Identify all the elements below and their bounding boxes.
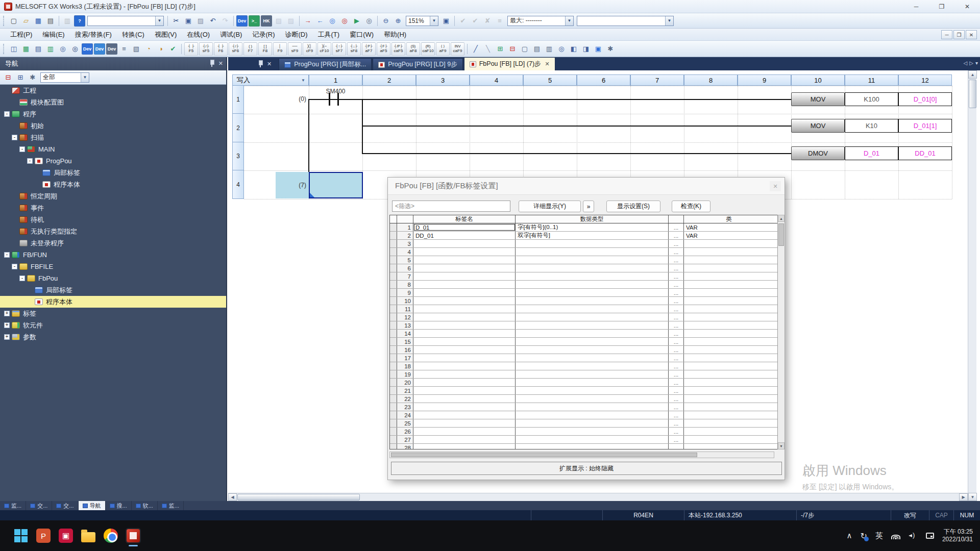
connection-test-icon[interactable]: ≡ (494, 15, 505, 27)
display-settings-button[interactable]: 显示设置(S) (606, 201, 660, 212)
paste-icon[interactable]: ▨ (195, 15, 206, 27)
data-type-cell[interactable] (516, 264, 669, 272)
ladder-symbol-caF10-button[interactable]: (R)caF10 (421, 42, 435, 56)
label-name-cell[interactable] (413, 379, 516, 386)
data-type-cell[interactable] (516, 411, 669, 419)
touchpad-icon[interactable] (926, 533, 934, 539)
tree-item-工程[interactable]: 工程 (0, 85, 226, 96)
label-name-cell[interactable] (413, 321, 516, 329)
scroll-right-arrow[interactable]: ▶ (959, 493, 968, 501)
app-presentation[interactable]: P (36, 528, 51, 543)
class-cell[interactable] (684, 321, 774, 329)
data-type-cell[interactable] (516, 444, 669, 449)
nav-settings-gear-icon[interactable]: ✱ (27, 72, 38, 83)
type-browse-button[interactable]: ... (669, 395, 684, 403)
tree-item-ProgPou[interactable]: -ProgPou (0, 155, 226, 167)
type-browse-button[interactable]: ... (669, 305, 684, 313)
type-browse-button[interactable]: ... (669, 330, 684, 337)
class-cell[interactable] (684, 354, 774, 362)
ladder-symbol-F7-button[interactable]: ( )F7 (243, 42, 257, 56)
tree-item-扫描[interactable]: -扫描 (0, 132, 226, 143)
type-browse-button[interactable]: ... (669, 264, 684, 272)
label-name-cell[interactable] (413, 313, 516, 321)
collapse-expander-icon[interactable]: - (12, 135, 17, 140)
class-cell[interactable]: VAR (684, 232, 774, 239)
data-type-cell[interactable] (516, 272, 669, 280)
statement-icon[interactable]: ≡ (118, 43, 130, 55)
data-type-cell[interactable] (516, 379, 669, 386)
chevron-down-icon[interactable]: ▼ (430, 16, 438, 26)
tree-item-参数[interactable]: +参数 (0, 331, 226, 343)
device-list-icon[interactable]: ▥ (45, 43, 56, 55)
label-name-cell[interactable]: DD_01 (413, 232, 516, 239)
ladder-symbol-sF9-button[interactable]: ──sF9 (288, 42, 302, 56)
device-comment-icon[interactable]: Dev (82, 43, 93, 55)
label-name-cell[interactable] (413, 281, 516, 288)
operand-D_01[interactable]: D_01 (845, 146, 898, 160)
type-browse-button[interactable]: ... (669, 313, 684, 321)
collapse-expander-icon[interactable]: - (4, 252, 10, 258)
row-select-cell[interactable] (390, 419, 397, 427)
horizontal-scroll-thumb[interactable] (237, 494, 360, 500)
ladder-symbol-sF5-button[interactable]: ┤/├sF5 (199, 42, 213, 56)
ladder-symbol-F9-button[interactable]: │F9 (273, 42, 287, 56)
label-name-cell[interactable] (413, 444, 516, 449)
class-cell[interactable] (684, 395, 774, 403)
data-type-cell[interactable] (516, 419, 669, 427)
label-name-cell[interactable] (413, 362, 516, 370)
menu-item-调试(B)[interactable]: 调试(B) (215, 29, 247, 40)
dock-tab-导航[interactable]: 导航 (79, 501, 106, 510)
track-edit-icon[interactable]: ▣ (593, 43, 604, 55)
ladder-symbol-caF5-button[interactable]: ┤/P├caF5 (391, 42, 405, 56)
ladder-symbol-sF8-button[interactable]: ┤↓├sF8 (347, 42, 361, 56)
expand-expander-icon[interactable]: + (4, 334, 10, 340)
note-display-icon[interactable]: ▥ (544, 43, 555, 55)
verify-monitor-1-icon[interactable]: ◎ (327, 15, 338, 27)
class-cell[interactable] (684, 411, 774, 419)
label-name-cell[interactable] (413, 240, 516, 247)
option-icon[interactable]: ✱ (605, 43, 616, 55)
dock-tab-搜...[interactable]: 搜... (106, 501, 132, 510)
help-icon[interactable]: ? (74, 15, 85, 27)
paste-special-1-icon[interactable]: ▨ (273, 15, 284, 27)
more-options-button[interactable]: » (583, 201, 594, 212)
row-select-cell[interactable] (390, 379, 397, 386)
tab-close-icon[interactable]: ✕ (545, 61, 550, 67)
operand-DD_01[interactable]: DD_01 (898, 146, 952, 160)
undo-icon[interactable]: ↶ (207, 15, 218, 27)
ladder-symbol-aF9-button[interactable]: ⟨ ⟩aF9 (436, 42, 450, 56)
tab-FbPou [FB] [LD] (7)步[interactable]: FbPou [FB] [LD] (7)步✕ (464, 57, 555, 70)
zoom-header-icon[interactable]: ◎ (556, 43, 567, 55)
save-project-icon[interactable]: ▦ (33, 15, 44, 27)
class-cell[interactable] (684, 346, 774, 354)
wifi-icon[interactable] (891, 532, 900, 539)
zoom-out-icon[interactable]: ⊖ (380, 15, 391, 27)
draw-line-icon[interactable]: ╱ (470, 43, 481, 55)
type-browse-button[interactable]: ... (669, 379, 684, 386)
tree-item-软元件[interactable]: +软元件 (0, 319, 226, 331)
class-cell[interactable] (684, 387, 774, 394)
data-type-cell[interactable] (516, 313, 669, 321)
sync-icon[interactable]: ↻ (861, 531, 867, 541)
class-cell[interactable] (684, 297, 774, 305)
type-browse-button[interactable]: ... (669, 444, 684, 449)
type-browse-button[interactable]: ... (669, 362, 684, 370)
data-type-cell[interactable] (516, 281, 669, 288)
class-cell[interactable] (684, 428, 774, 435)
label-name-cell[interactable] (413, 272, 516, 280)
row-select-cell[interactable] (390, 272, 397, 280)
label-name-cell[interactable] (413, 428, 516, 435)
scroll-up-arrow[interactable]: ▲ (968, 70, 977, 79)
type-browse-button[interactable]: ... (669, 232, 684, 239)
language-indicator[interactable]: 英 (875, 531, 883, 541)
data-type-cell[interactable] (516, 428, 669, 435)
watch-2-icon[interactable]: ◑ (155, 43, 166, 55)
type-browse-button[interactable]: ... (669, 248, 684, 256)
class-cell[interactable] (684, 379, 774, 386)
class-cell[interactable] (684, 362, 774, 370)
collapse-expander-icon[interactable]: - (19, 146, 25, 152)
menu-item-帮助(H)[interactable]: 帮助(H) (379, 29, 411, 40)
data-type-cell[interactable] (516, 330, 669, 337)
class-cell[interactable] (684, 419, 774, 427)
type-browse-button[interactable]: ... (669, 436, 684, 443)
